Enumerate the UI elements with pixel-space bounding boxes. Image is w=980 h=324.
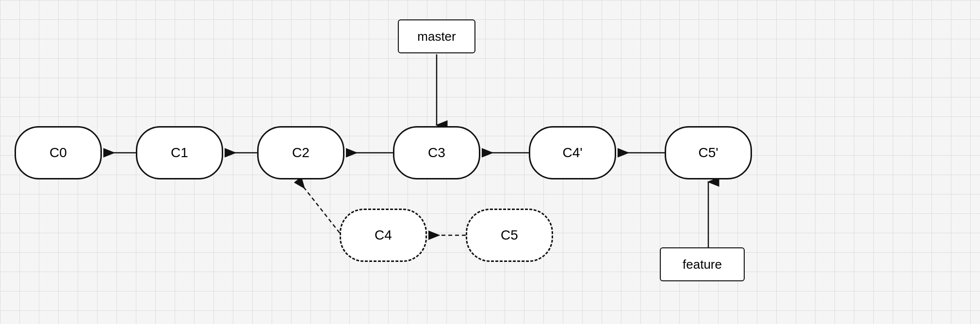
feature-label-text: feature bbox=[683, 257, 722, 272]
commit-c1: C1 bbox=[136, 126, 223, 179]
commit-c0-label: C0 bbox=[49, 145, 67, 161]
commit-c4-label: C4 bbox=[375, 227, 392, 243]
commit-c3: C3 bbox=[393, 126, 480, 179]
commit-c3-label: C3 bbox=[428, 145, 445, 161]
commit-c4prime: C4' bbox=[529, 126, 616, 179]
master-label: master bbox=[398, 19, 475, 53]
commit-c5prime: C5' bbox=[665, 126, 752, 179]
git-diagram: C0 C1 C2 C3 C4' C5' C4 C5 master feature bbox=[0, 0, 980, 324]
commit-c5-label: C5 bbox=[501, 227, 518, 243]
commit-c4prime-label: C4' bbox=[562, 145, 582, 161]
commit-c5prime-label: C5' bbox=[698, 145, 718, 161]
master-label-text: master bbox=[417, 29, 456, 44]
commit-c4: C4 bbox=[340, 209, 427, 262]
commit-c5: C5 bbox=[466, 209, 553, 262]
feature-label: feature bbox=[660, 247, 745, 281]
arrow-c4-c2 bbox=[298, 180, 340, 233]
commit-c0: C0 bbox=[15, 126, 102, 179]
commit-c2-label: C2 bbox=[292, 145, 310, 161]
commit-c1-label: C1 bbox=[171, 145, 188, 161]
commit-c2: C2 bbox=[257, 126, 344, 179]
